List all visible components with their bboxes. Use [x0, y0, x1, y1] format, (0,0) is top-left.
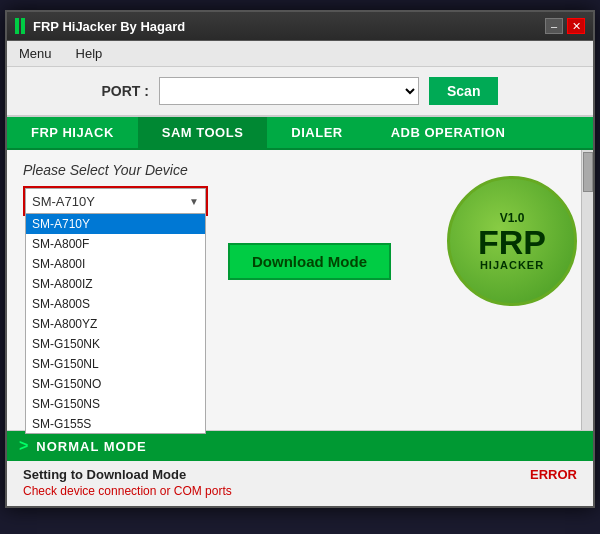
device-option-4[interactable]: SM-A800S: [26, 294, 205, 314]
port-select[interactable]: [159, 77, 419, 105]
menu-item-help[interactable]: Help: [72, 45, 107, 62]
close-button[interactable]: ✕: [567, 18, 585, 34]
menu-bar: Menu Help: [7, 41, 593, 67]
port-row: PORT : Scan: [7, 67, 593, 117]
dropdown-arrow-icon: ▼: [189, 196, 199, 207]
status-setting-label: Setting to Download Mode: [23, 467, 186, 482]
tab-sam-tools[interactable]: SAM TOOLS: [138, 117, 268, 148]
tab-adb-operation[interactable]: ADB OPERATION: [367, 117, 530, 148]
device-dropdown-container[interactable]: SM-A710Y ▼ SM-A710Y SM-A800F SM-A800I SM…: [23, 186, 208, 216]
status-error-label: ERROR: [530, 467, 577, 482]
menu-item-menu[interactable]: Menu: [15, 45, 56, 62]
frp-hijacker-text: HIJACKER: [480, 259, 544, 271]
device-option-9[interactable]: SM-G150NS: [26, 394, 205, 414]
device-option-10[interactable]: SM-G155S: [26, 414, 205, 434]
title-bar: FRP HiJacker By Hagard – ✕: [7, 12, 593, 41]
scan-button[interactable]: Scan: [429, 77, 498, 105]
device-option-8[interactable]: SM-G150NO: [26, 374, 205, 394]
title-controls: – ✕: [545, 18, 585, 34]
port-label: PORT :: [102, 83, 149, 99]
status-log: Setting to Download Mode ERROR Check dev…: [7, 461, 593, 506]
status-detail-label: Check device connection or COM ports: [23, 484, 577, 502]
tab-frp-hijack[interactable]: FRP HIJACK: [7, 117, 138, 148]
device-option-2[interactable]: SM-A800I: [26, 254, 205, 274]
frp-logo: V1.0 FRP HIJACKER: [447, 176, 577, 306]
main-window: FRP HiJacker By Hagard – ✕ Menu Help POR…: [5, 10, 595, 508]
main-content: Please Select Your Device SM-A710Y ▼ SM-…: [7, 150, 593, 430]
scrollbar[interactable]: [581, 150, 593, 430]
device-option-7[interactable]: SM-G150NL: [26, 354, 205, 374]
please-select-label: Please Select Your Device: [23, 162, 577, 178]
main-wrapper: Please Select Your Device SM-A710Y ▼ SM-…: [7, 150, 593, 430]
tab-navigation: FRP HIJACK SAM TOOLS DIALER ADB OPERATIO…: [7, 117, 593, 150]
device-option-0[interactable]: SM-A710Y: [26, 214, 205, 234]
status-section: > NORMAL MODE Setting to Download Mode E…: [7, 430, 593, 506]
selected-device-text: SM-A710Y: [32, 194, 95, 209]
status-log-row: Setting to Download Mode ERROR: [23, 465, 577, 484]
arrow-indicator: >: [19, 437, 28, 455]
frp-title-text: FRP: [478, 225, 546, 259]
tab-dialer[interactable]: DIALER: [267, 117, 366, 148]
content-row: SM-A710Y ▼ SM-A710Y SM-A800F SM-A800I SM…: [23, 186, 577, 306]
app-icon: [15, 18, 25, 34]
device-option-5[interactable]: SM-A800YZ: [26, 314, 205, 334]
device-option-3[interactable]: SM-A800IZ: [26, 274, 205, 294]
device-dropdown-selected[interactable]: SM-A710Y ▼: [25, 188, 206, 214]
device-option-1[interactable]: SM-A800F: [26, 234, 205, 254]
download-mode-button[interactable]: Download Mode: [228, 243, 391, 280]
title-bar-left: FRP HiJacker By Hagard: [15, 18, 185, 34]
normal-mode-bar: > NORMAL MODE: [7, 431, 593, 461]
device-option-6[interactable]: SM-G150NK: [26, 334, 205, 354]
normal-mode-label: NORMAL MODE: [36, 439, 146, 454]
window-title: FRP HiJacker By Hagard: [33, 19, 185, 34]
minimize-button[interactable]: –: [545, 18, 563, 34]
scrollbar-thumb[interactable]: [583, 152, 593, 192]
device-dropdown-list[interactable]: SM-A710Y SM-A800F SM-A800I SM-A800IZ SM-…: [25, 214, 206, 434]
